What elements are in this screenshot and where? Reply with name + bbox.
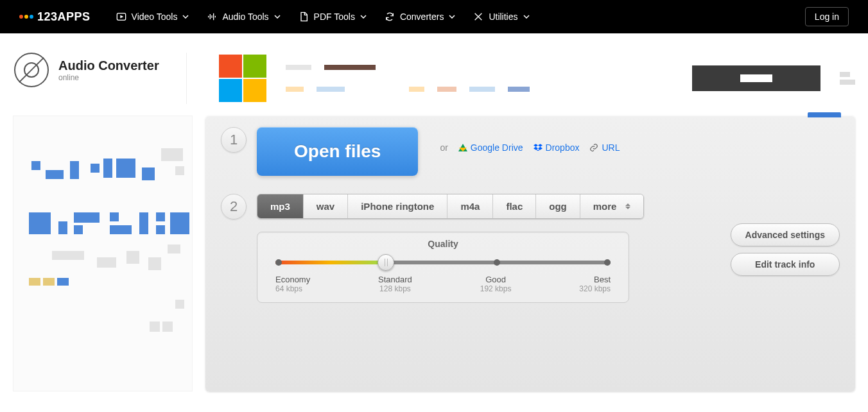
nav-video-tools[interactable]: Video Tools: [116, 12, 189, 22]
chevron-down-icon: [274, 15, 281, 19]
format-tabs: mp3 wav iPhone ringtone m4a flac ogg mor…: [257, 194, 644, 219]
format-tab-flac[interactable]: flac: [493, 194, 536, 218]
slider-handle[interactable]: [378, 254, 394, 271]
audio-bars-icon: [207, 12, 217, 22]
app-brand: Audio Converter online: [13, 53, 186, 87]
ad-cta-button[interactable]: [692, 65, 820, 91]
top-navbar: 123APPS Video Tools Audio Tools PDF Tool…: [0, 0, 868, 33]
edit-track-info-button[interactable]: Edit track info: [731, 253, 840, 276]
panel-accent-tab: [808, 112, 841, 117]
file-icon: [299, 12, 309, 22]
step-number: 2: [221, 194, 247, 219]
chevron-down-icon: [523, 15, 530, 19]
google-drive-link[interactable]: Google Drive: [458, 142, 523, 153]
google-drive-icon: [458, 144, 467, 151]
quality-box: Quality Economy64 kbps Stand: [257, 232, 629, 303]
ad-banner[interactable]: [186, 53, 855, 104]
converter-panel: 1 Open files or Google Drive Dropbox URL: [205, 116, 855, 391]
nav-audio-tools[interactable]: Audio Tools: [207, 12, 280, 22]
chevron-down-icon: [182, 15, 189, 19]
format-tab-more[interactable]: more: [580, 194, 644, 218]
nav-pdf-tools[interactable]: PDF Tools: [299, 12, 367, 22]
advanced-settings-button[interactable]: Advanced settings: [731, 223, 840, 246]
chevron-down-icon: [449, 15, 455, 19]
nav-converters[interactable]: Converters: [385, 12, 455, 22]
brand-text: 123APPS: [37, 10, 91, 24]
refresh-icon: [385, 12, 395, 22]
step-number: 1: [221, 127, 247, 153]
microsoft-icon: [219, 55, 266, 102]
format-tab-ogg[interactable]: ogg: [536, 194, 580, 218]
login-button[interactable]: Log in: [805, 7, 849, 26]
quality-level-standard: Standard128 kbps: [378, 275, 412, 293]
app-title: Audio Converter: [58, 58, 159, 73]
dropbox-icon: [534, 143, 542, 152]
quality-level-best: Best320 kbps: [579, 275, 611, 293]
format-tab-wav[interactable]: wav: [304, 194, 348, 218]
quality-level-good: Good192 kbps: [480, 275, 512, 293]
app-subtitle: online: [58, 73, 159, 82]
tools-icon: [473, 12, 483, 22]
sort-icon: [625, 203, 630, 209]
step-1: 1 Open files or Google Drive Dropbox URL: [205, 116, 855, 187]
format-tab-iphone[interactable]: iPhone ringtone: [348, 194, 447, 218]
site-logo[interactable]: 123APPS: [19, 10, 91, 24]
step-2: 2 mp3 wav iPhone ringtone m4a flac ogg m…: [205, 187, 855, 314]
chevron-down-icon: [360, 15, 367, 19]
dropbox-link[interactable]: Dropbox: [534, 142, 580, 153]
open-files-button[interactable]: Open files: [257, 127, 418, 176]
format-tab-m4a[interactable]: m4a: [447, 194, 493, 218]
disc-icon: [14, 53, 49, 87]
nav-utilities[interactable]: Utilities: [473, 12, 529, 22]
quality-slider[interactable]: [275, 257, 611, 268]
url-link[interactable]: URL: [589, 142, 620, 153]
or-label: or: [440, 142, 447, 153]
quality-level-economy: Economy64 kbps: [275, 275, 310, 293]
format-tab-mp3[interactable]: mp3: [257, 194, 304, 218]
play-icon: [116, 12, 126, 22]
link-icon: [589, 143, 598, 152]
quality-title: Quality: [275, 239, 611, 249]
sidebar-ad[interactable]: [13, 116, 193, 391]
